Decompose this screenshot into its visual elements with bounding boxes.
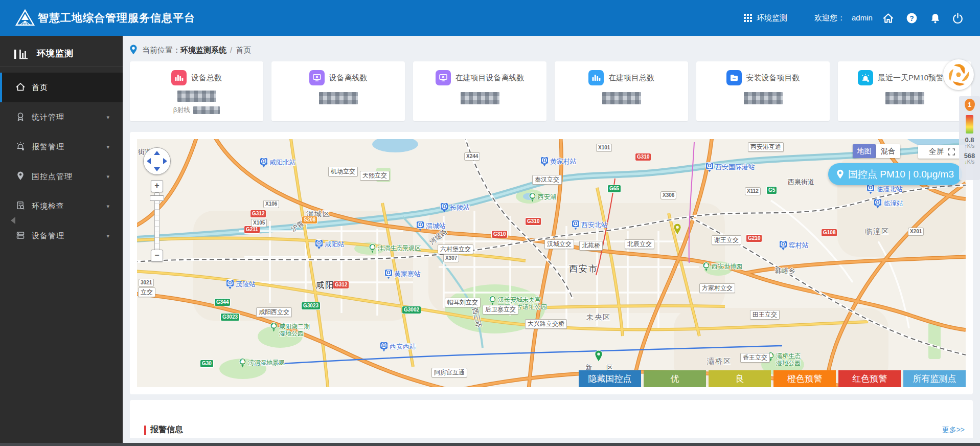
sidebar-collapse-icon[interactable] <box>7 217 15 224</box>
alarm-more-link[interactable]: 更多>> <box>942 426 965 435</box>
svg-text:Ω: Ω <box>782 242 785 247</box>
map-label-text: 窑村站 <box>789 241 809 250</box>
pan-down-icon[interactable] <box>154 167 160 171</box>
tooltip-text: 国控点 PM10 | 0.0μg/m3 <box>848 168 954 181</box>
map-road-chip: 谢王立交 <box>712 235 741 245</box>
hybrid-type-button[interactable]: 混合 <box>876 144 900 158</box>
map-road-badge: G65 <box>608 185 621 192</box>
zoom-out-button[interactable]: − <box>151 250 163 262</box>
map-station-marker: Ω西安北站 <box>572 220 608 232</box>
sidebar-item-3[interactable]: 国控点管理▾ <box>0 162 123 191</box>
stat-value-redacted <box>319 92 358 104</box>
page-bottom-strip <box>0 443 980 446</box>
map-road-chip: 北苑桥 <box>579 241 603 251</box>
bell-icon[interactable] <box>929 12 941 24</box>
monitor-point-tooltip: 国控点 PM10 | 0.0μg/m3 <box>828 163 962 185</box>
map-canvas[interactable]: Ω咸阳北站Ω黄家村站Ω长陵站Ω渭城站Ω西安北站Ω西安国际港站Ω临潼北站Ω临潼站Ω… <box>137 139 966 387</box>
metro-station-icon: Ω <box>440 203 448 215</box>
breadcrumb-system[interactable]: 环境监测系统 <box>180 46 226 54</box>
map-road-badge: G310 <box>492 231 507 238</box>
sidebar-item-5[interactable]: 设备管理▾ <box>0 221 123 251</box>
siren-icon <box>858 70 873 85</box>
sidebar-item-1[interactable]: 统计管理▾ <box>0 102 123 132</box>
breadcrumb-current[interactable]: 首页 <box>236 46 251 54</box>
chevron-down-icon: ▾ <box>106 221 109 251</box>
security-shield-badge[interactable]: 1 <box>965 99 975 111</box>
zoom-slider-track[interactable] <box>154 192 159 251</box>
home-icon <box>15 82 26 92</box>
map-monitor-pin <box>594 350 603 364</box>
username[interactable]: admin <box>852 0 873 36</box>
sidebar-item-0[interactable]: 首页 <box>0 73 123 102</box>
map-road-badge: G3023 <box>302 302 320 309</box>
legend-button-0[interactable]: 隐藏国控点 <box>579 370 641 387</box>
map-station-marker: Ω长陵站 <box>440 203 470 215</box>
park-icon: ♣ <box>270 322 278 334</box>
map-type-button[interactable]: 地图 <box>853 144 876 158</box>
alarm-section-title: 报警信息 <box>150 425 183 435</box>
stat-card-label: 设备离线数 <box>329 73 368 83</box>
map-road-badge: G3023 <box>221 314 239 321</box>
svg-text:Ω: Ω <box>262 159 266 164</box>
map-pan-control[interactable] <box>143 147 171 175</box>
chevron-down-icon: ▾ <box>106 102 109 132</box>
stat-value-redacted <box>177 91 216 102</box>
pan-left-icon[interactable] <box>147 158 151 164</box>
map-road-chip: 机场立交 <box>328 167 358 176</box>
map-district-label: 临潼区 <box>865 227 890 236</box>
map-road-chip: 立交 <box>138 287 155 297</box>
map-road-badge: G312 <box>333 281 349 288</box>
metro-station-icon: Ω <box>874 198 882 211</box>
map-road-chip: 汉城立交 <box>544 239 574 249</box>
map-station-marker: Ω咸阳站 <box>315 239 345 252</box>
sidebar-item-2[interactable]: 报警管理▾ <box>0 132 123 162</box>
legend-button-5[interactable]: 所有监测点 <box>903 370 966 387</box>
fullscreen-button[interactable]: 全屏 <box>918 145 965 159</box>
zoom-in-button[interactable]: + <box>151 180 163 192</box>
pan-up-icon[interactable] <box>154 151 160 155</box>
browser-accelerator-icon[interactable] <box>943 59 974 90</box>
stat-card-label: 在建项目设备离线数 <box>455 73 525 83</box>
stat-card-1: 设备离线数 <box>271 61 405 121</box>
sidebar-divider <box>0 66 123 67</box>
sidebar-item-label: 统计管理 <box>32 102 64 132</box>
svg-text:♣: ♣ <box>370 244 374 250</box>
stat-sub-value-redacted <box>193 106 220 114</box>
svg-text:Ω: Ω <box>876 200 880 205</box>
air-quality-gradient-bar <box>966 115 973 133</box>
power-icon[interactable] <box>952 12 964 24</box>
stat-card-label: 安装设备项目数 <box>746 73 800 83</box>
map-label-text: 咸阳湖二期 湿地公园 <box>279 323 310 337</box>
metro-station-icon: Ω <box>705 162 714 174</box>
app-logo-icon <box>15 9 35 29</box>
home-icon[interactable] <box>882 12 894 24</box>
app-switcher-label[interactable]: 环境监测 <box>757 0 787 36</box>
upload-speed-unit: K/s <box>967 143 974 149</box>
legend-button-2[interactable]: 良 <box>709 370 771 387</box>
sidebar-item-4[interactable]: 环境检查▾ <box>0 191 123 221</box>
app-root: 智慧工地综合管理服务信息平台 环境监测 欢迎您： admin ? 环 <box>0 0 980 446</box>
map-park-marker: ♣沣渭生态景观区 <box>369 243 421 255</box>
pan-right-icon[interactable] <box>163 158 167 164</box>
stat-sub-label: β射线 <box>173 105 190 115</box>
bar-chart-icon <box>171 70 187 85</box>
map-label-text: 临潼站 <box>883 199 903 208</box>
chevron-down-icon: ▾ <box>106 162 109 191</box>
map-road-badge: S208 <box>302 216 317 224</box>
map-road-badge: G312 <box>250 210 266 217</box>
zoom-slider-knob[interactable] <box>150 195 164 201</box>
svg-text:Ω: Ω <box>419 222 422 227</box>
map-station-marker: Ω临潼北站 <box>867 184 903 196</box>
welcome-label: 欢迎您： <box>814 0 845 36</box>
app-grid-icon[interactable] <box>744 14 753 23</box>
bar-chart-icon <box>588 70 604 85</box>
legend-button-3[interactable]: 橙色预警 <box>773 370 836 387</box>
map-station-marker: Ω西安西站 <box>380 342 416 354</box>
map-road-badge: G344 <box>215 299 230 306</box>
help-icon[interactable]: ? <box>906 12 918 24</box>
map-label-text: 咸阳北站 <box>269 158 296 167</box>
legend-button-1[interactable]: 优 <box>644 370 706 387</box>
map-road-badge: X306 <box>661 192 676 199</box>
map-label-text: 临潼北站 <box>876 185 903 194</box>
legend-button-4[interactable]: 红色预警 <box>838 370 901 387</box>
